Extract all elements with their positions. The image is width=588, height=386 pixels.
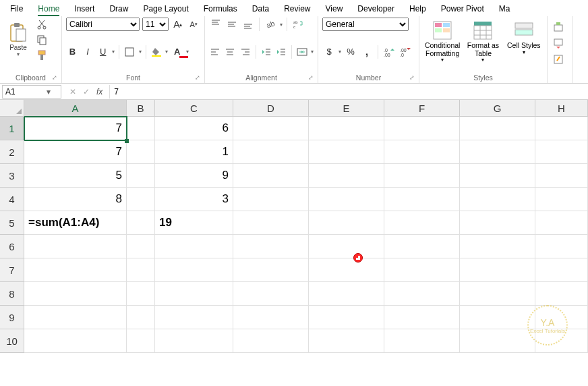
row-header-8[interactable]: 8 <box>0 282 24 306</box>
cell-d8[interactable] <box>233 282 309 306</box>
cell-d3[interactable] <box>233 164 309 188</box>
cell-g7[interactable] <box>460 258 535 282</box>
row-header-5[interactable]: 5 <box>0 211 24 235</box>
cell-d7[interactable] <box>233 258 309 282</box>
copy-button[interactable] <box>35 33 49 47</box>
cell-f1[interactable] <box>384 117 460 140</box>
cell-h5[interactable] <box>535 211 588 235</box>
cell-f7[interactable] <box>384 258 460 282</box>
cell-f3[interactable] <box>384 164 460 188</box>
cell-h1[interactable] <box>535 117 588 140</box>
cell-g3[interactable] <box>460 164 535 188</box>
cell-b3[interactable] <box>127 164 155 188</box>
cell-d10[interactable] <box>233 329 309 353</box>
bold-button[interactable]: B <box>66 45 79 59</box>
menu-help[interactable]: Help <box>402 1 434 16</box>
row-header-9[interactable]: 9 <box>0 306 24 329</box>
cell-b2[interactable] <box>127 140 155 164</box>
decrease-decimal-icon[interactable]: .00.0 <box>399 45 412 59</box>
menu-developer[interactable]: Developer <box>350 1 402 16</box>
cell-e2[interactable] <box>309 140 384 164</box>
menu-file[interactable]: File <box>3 1 30 16</box>
align-middle-icon[interactable] <box>225 18 239 31</box>
cut-button[interactable] <box>35 18 49 31</box>
cell-g9[interactable] <box>460 306 535 329</box>
row-header-10[interactable]: 10 <box>0 329 24 353</box>
cell-e5[interactable] <box>309 211 384 235</box>
cell-d5[interactable] <box>233 211 309 235</box>
cell-a3[interactable]: 5 <box>24 164 127 188</box>
cell-c7[interactable] <box>155 258 233 282</box>
menu-power-pivot[interactable]: Power Pivot <box>434 1 492 16</box>
cell-a6[interactable] <box>24 235 127 258</box>
cell-g6[interactable] <box>460 235 535 258</box>
increase-font-icon[interactable]: A▴ <box>171 18 184 31</box>
cell-f2[interactable] <box>384 140 460 164</box>
selection-handle[interactable] <box>125 139 129 143</box>
align-bottom-icon[interactable] <box>241 18 255 31</box>
cell-e8[interactable] <box>309 282 384 306</box>
comma-button[interactable]: , <box>360 45 374 59</box>
percent-button[interactable]: % <box>344 45 357 59</box>
cell-c4[interactable]: 3 <box>155 188 233 211</box>
cell-a1[interactable]: 7 <box>24 117 127 140</box>
cell-c1[interactable]: 6 <box>155 117 233 140</box>
currency-button[interactable]: $ <box>322 45 336 59</box>
cell-f6[interactable] <box>384 235 460 258</box>
cell-b4[interactable] <box>127 188 155 211</box>
menu-review[interactable]: Review <box>276 1 318 16</box>
cell-b8[interactable] <box>127 282 155 306</box>
conditional-formatting-button[interactable]: Conditional Formatting▾ <box>423 18 461 63</box>
cell-styles-button[interactable]: Cell Styles▾ <box>505 18 543 55</box>
border-button[interactable] <box>123 45 136 59</box>
menu-draw[interactable]: Draw <box>102 1 136 16</box>
cell-b1[interactable] <box>127 117 155 140</box>
cell-c10[interactable] <box>155 329 233 353</box>
cancel-formula-icon[interactable]: ✕ <box>69 87 76 96</box>
menu-insert[interactable]: Insert <box>67 1 102 16</box>
format-cells-icon[interactable] <box>552 53 565 66</box>
insert-function-icon[interactable]: fx <box>96 87 102 96</box>
italic-button[interactable]: I <box>82 45 94 59</box>
cell-g5[interactable] <box>460 211 535 235</box>
cell-g2[interactable] <box>460 140 535 164</box>
cell-f4[interactable] <box>384 188 460 211</box>
cell-g1[interactable] <box>460 117 535 140</box>
cell-e6[interactable] <box>309 235 384 258</box>
cell-b9[interactable] <box>127 306 155 329</box>
cell-a8[interactable] <box>24 282 127 306</box>
cell-f8[interactable] <box>384 282 460 306</box>
number-dialog-icon[interactable]: ⤢ <box>409 74 415 81</box>
cell-d4[interactable] <box>233 188 309 211</box>
cell-d9[interactable] <box>233 306 309 329</box>
cell-e7[interactable] <box>309 258 384 282</box>
alignment-dialog-icon[interactable]: ⤢ <box>308 74 314 81</box>
confirm-formula-icon[interactable]: ✓ <box>83 87 90 96</box>
wrap-text-icon[interactable]: abc <box>291 18 305 31</box>
cell-h2[interactable] <box>535 140 588 164</box>
col-header-d[interactable]: D <box>233 100 309 117</box>
col-header-b[interactable]: B <box>127 100 155 117</box>
cell-e10[interactable] <box>309 329 384 353</box>
cell-h6[interactable] <box>535 235 588 258</box>
name-box[interactable]: ▾ <box>2 85 61 99</box>
cell-d2[interactable] <box>233 140 309 164</box>
format-painter-button[interactable] <box>35 49 49 62</box>
font-name-select[interactable]: Calibri <box>66 18 140 31</box>
cell-c9[interactable] <box>155 306 233 329</box>
col-header-a[interactable]: A <box>24 100 127 117</box>
font-size-select[interactable]: 11 <box>142 18 169 31</box>
select-all-corner[interactable] <box>0 100 24 117</box>
col-header-f[interactable]: F <box>384 100 460 117</box>
cell-d6[interactable] <box>233 235 309 258</box>
decrease-indent-icon[interactable] <box>260 45 272 59</box>
cell-b10[interactable] <box>127 329 155 353</box>
clipboard-dialog-icon[interactable]: ⤢ <box>52 74 57 81</box>
align-center-icon[interactable] <box>224 45 236 59</box>
col-header-c[interactable]: C <box>155 100 233 117</box>
menu-formulas[interactable]: Formulas <box>196 1 245 16</box>
menu-data[interactable]: Data <box>245 1 276 16</box>
col-header-h[interactable]: H <box>535 100 588 117</box>
increase-indent-icon[interactable] <box>275 45 287 59</box>
cell-h4[interactable] <box>535 188 588 211</box>
